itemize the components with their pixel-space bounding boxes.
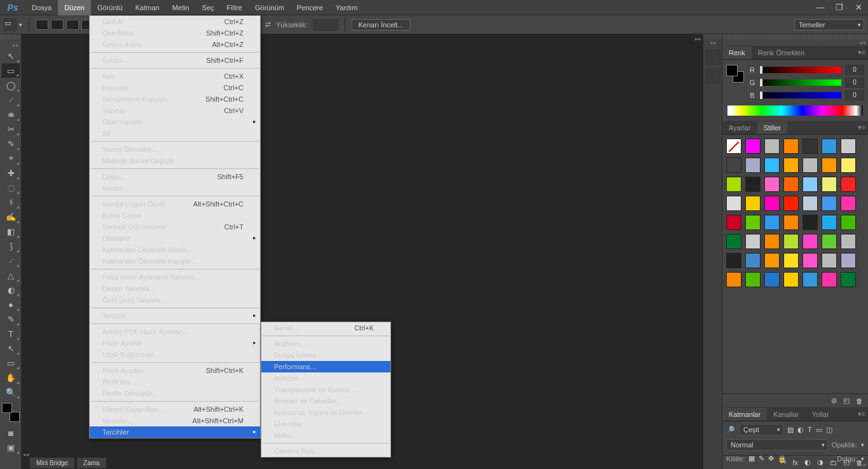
style-swatch[interactable]	[726, 158, 741, 173]
menuitem[interactable]: Dönüştür	[90, 233, 260, 244]
tool-preset-icon[interactable]: ▭	[4, 18, 17, 31]
style-swatch[interactable]	[803, 158, 818, 173]
style-swatch[interactable]	[803, 253, 818, 268]
color-swatch[interactable]	[726, 65, 744, 83]
panel-menu-icon[interactable]: ▾≡	[858, 410, 865, 418]
style-swatch[interactable]	[841, 234, 856, 249]
menuitem[interactable]: Katmanları Otomatik Karıştır...	[90, 255, 260, 267]
folder-icon[interactable]: 🗀	[830, 459, 837, 466]
menuitem[interactable]: Serbest DönüştürmeCtrl+T	[90, 221, 260, 233]
tool-15[interactable]: △	[2, 268, 20, 282]
style-swatch[interactable]	[726, 272, 741, 287]
menuitem[interactable]: Kukla Çarpıt	[90, 210, 260, 221]
tool-10[interactable]: ⚕	[2, 195, 20, 209]
screenmode-icon[interactable]: ▣	[2, 440, 20, 454]
tool-0[interactable]: ↖	[2, 49, 20, 63]
menuitem[interactable]: Sil	[90, 128, 260, 139]
menu-metin[interactable]: Metin	[166, 0, 196, 15]
blend-mode-select[interactable]: Normal	[726, 439, 828, 451]
menuitem[interactable]: YapıştırCtrl+V	[90, 105, 260, 116]
menuitem[interactable]: Geri AlCtrl+Z	[90, 16, 260, 27]
tab-mini-bridge[interactable]: Mini Bridge	[29, 457, 75, 469]
tool-2[interactable]: ◯	[2, 78, 20, 92]
panel-menu-icon[interactable]: ▾≡	[858, 48, 865, 57]
filter-adjust-icon[interactable]: ◐	[797, 426, 804, 434]
style-swatch[interactable]	[783, 253, 799, 268]
style-swatch[interactable]	[726, 234, 741, 249]
style-swatch[interactable]	[841, 253, 856, 268]
tool-16[interactable]: ◐	[2, 283, 20, 297]
menuitem[interactable]: Özel Şekil Tanımla...	[90, 294, 260, 306]
style-swatch[interactable]	[764, 196, 780, 211]
style-swatch[interactable]	[745, 177, 761, 192]
menuitem[interactable]: Menüler...Alt+Shift+Ctrl+M	[90, 415, 260, 426]
menuitem[interactable]: Kontur...	[90, 182, 260, 194]
menuitem[interactable]: Birleşmişleri KopyalaShift+Ctrl+C	[90, 93, 260, 105]
style-swatch[interactable]	[745, 215, 761, 230]
tab-swatches[interactable]: Renk Örnekleri	[752, 46, 811, 59]
tool-5[interactable]: ✂	[2, 122, 20, 136]
menuitem[interactable]: Öne AdımShift+Ctrl+Z	[90, 27, 260, 39]
b-slider[interactable]	[759, 92, 841, 99]
adjust-icon[interactable]: ◑	[817, 458, 823, 466]
tool-9[interactable]: ◌	[2, 180, 20, 194]
tool-6[interactable]: ✎	[2, 137, 20, 151]
g-slider[interactable]	[759, 79, 841, 86]
swap-icon[interactable]: ⇄	[265, 20, 271, 29]
filter-type-icon[interactable]: T	[808, 426, 812, 434]
tool-3[interactable]: ⟋	[2, 93, 20, 107]
filter-pixel-icon[interactable]: ▨	[787, 426, 794, 434]
menu-filtre[interactable]: Filtre	[221, 0, 249, 15]
style-swatch[interactable]	[783, 234, 799, 249]
menuitem[interactable]: Transparanlık ve Gamut...	[261, 384, 390, 395]
tool-14[interactable]: ⟋	[2, 254, 20, 268]
menuitem[interactable]: Desen Tanımla...	[90, 283, 260, 294]
style-swatch[interactable]	[841, 196, 856, 211]
link-icon[interactable]: ⚯	[780, 458, 786, 466]
style-swatch[interactable]	[745, 234, 761, 249]
no-style-icon[interactable]: ⊘	[831, 397, 837, 405]
tool-21[interactable]: ▭	[2, 356, 20, 370]
style-swatch[interactable]	[764, 234, 780, 249]
tool-8[interactable]: ✚	[2, 166, 20, 180]
style-swatch[interactable]	[822, 234, 837, 249]
menuitem[interactable]: Dolgu...Shift+F5	[90, 171, 260, 182]
menuitem[interactable]: Arabirim...	[261, 338, 390, 350]
menuitem[interactable]: Dosya İşleme...	[261, 350, 390, 361]
style-swatch[interactable]	[783, 272, 799, 287]
menuitem[interactable]: Hazır Ayarlar	[90, 337, 260, 349]
style-swatch[interactable]	[783, 158, 799, 173]
menuitem[interactable]: Camera Raw...	[261, 445, 390, 457]
style-swatch[interactable]	[764, 158, 780, 173]
tool-23[interactable]: 🔍	[2, 385, 20, 399]
quickmask-icon[interactable]: ◙	[2, 426, 20, 440]
tab-yollar[interactable]: Yollar	[806, 408, 836, 421]
menuitem[interactable]: İmleçler...	[261, 372, 390, 384]
menuitem[interactable]: Birimler ve Cetveller...	[261, 395, 390, 407]
style-swatch[interactable]	[764, 272, 780, 287]
menuitem[interactable]: Katmanları Otomatik Hizala...	[90, 244, 260, 255]
close-button[interactable]: ✕	[849, 1, 868, 14]
tab-kanallar[interactable]: Kanallar	[767, 408, 805, 421]
menuitem[interactable]: Adobe PDF Hazır Ayarları...	[90, 326, 260, 337]
style-swatch[interactable]	[841, 177, 856, 192]
menuitem[interactable]: Performans...	[261, 361, 390, 372]
tool-20[interactable]: ↖	[2, 341, 20, 355]
menuitem[interactable]: Fırça Hazır Ayarlarını Tanımla...	[90, 271, 260, 283]
g-value[interactable]: 0	[845, 78, 864, 88]
new-style-icon[interactable]: ◰	[843, 397, 850, 405]
style-swatch[interactable]	[745, 139, 761, 154]
menuitem[interactable]: Eklentiler...	[261, 418, 390, 430]
menu-dosya[interactable]: Dosya	[25, 0, 58, 15]
height-input[interactable]	[313, 19, 338, 31]
style-swatch[interactable]	[841, 215, 856, 230]
maximize-button[interactable]: ❐	[830, 1, 849, 14]
menu-pencere[interactable]: Pencere	[291, 0, 329, 15]
r-slider[interactable]	[759, 67, 841, 73]
new-layer-icon[interactable]: ◰	[843, 458, 850, 466]
b-value[interactable]: 0	[845, 90, 864, 100]
menuitem[interactable]: Metinde Bul ve Değiştir...	[90, 155, 260, 167]
dock-btn-2[interactable]	[705, 69, 720, 84]
tab-katmanlar[interactable]: Katmanlar	[722, 408, 767, 421]
minimize-button[interactable]: —	[811, 1, 830, 14]
